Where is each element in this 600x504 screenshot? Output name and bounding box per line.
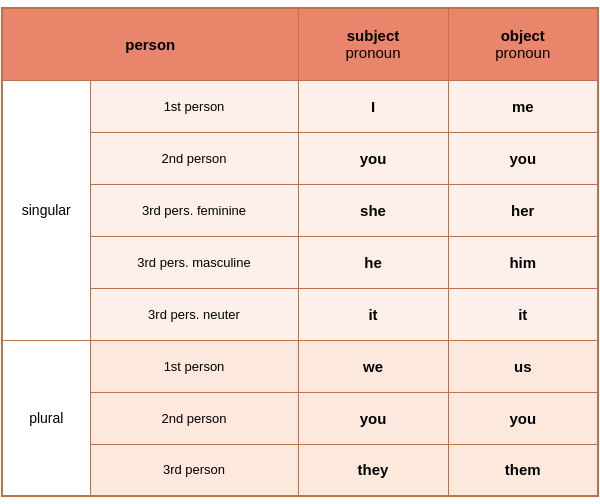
person-cell: 3rd person [90, 444, 298, 496]
header-person-label: person [125, 36, 175, 53]
table-row: 2nd personyouyou [2, 392, 598, 444]
subject-cell: it [298, 288, 448, 340]
person-cell: 3rd pers. neuter [90, 288, 298, 340]
object-cell: her [448, 184, 598, 236]
singular-label: singular [22, 202, 71, 218]
header-object-line2: pronoun [449, 44, 598, 61]
table-row: plural1st personweus [2, 340, 598, 392]
plural-number-cell: plural [2, 340, 90, 496]
subject-cell: they [298, 444, 448, 496]
table-row: 3rd pers. masculinehehim [2, 236, 598, 288]
table-header: person subject pronoun object pronoun [2, 8, 598, 80]
person-cell: 2nd person [90, 392, 298, 444]
person-cell: 3rd pers. feminine [90, 184, 298, 236]
person-cell: 3rd pers. masculine [90, 236, 298, 288]
subject-cell: you [298, 392, 448, 444]
person-cell: 1st person [90, 340, 298, 392]
table-row: 3rd persontheythem [2, 444, 598, 496]
object-cell: it [448, 288, 598, 340]
person-cell: 2nd person [90, 132, 298, 184]
object-cell: them [448, 444, 598, 496]
object-cell: him [448, 236, 598, 288]
table-row: 2nd personyouyou [2, 132, 598, 184]
singular-number-cell: singular [2, 80, 90, 340]
subject-cell: he [298, 236, 448, 288]
object-cell: you [448, 132, 598, 184]
object-cell: you [448, 392, 598, 444]
subject-cell: she [298, 184, 448, 236]
pronoun-table: person subject pronoun object pronoun si… [1, 7, 599, 497]
subject-cell: you [298, 132, 448, 184]
object-cell: us [448, 340, 598, 392]
person-cell: 1st person [90, 80, 298, 132]
header-object: object pronoun [448, 8, 598, 80]
object-cell: me [448, 80, 598, 132]
plural-label: plural [29, 410, 63, 426]
subject-cell: we [298, 340, 448, 392]
header-object-line1: object [449, 27, 598, 44]
header-subject: subject pronoun [298, 8, 448, 80]
table-row: singular1st personIme [2, 80, 598, 132]
header-person: person [2, 8, 298, 80]
subject-cell: I [298, 80, 448, 132]
table-row: 3rd pers. femininesheher [2, 184, 598, 236]
table-row: 3rd pers. neuteritit [2, 288, 598, 340]
header-subject-line2: pronoun [299, 44, 448, 61]
header-subject-line1: subject [299, 27, 448, 44]
